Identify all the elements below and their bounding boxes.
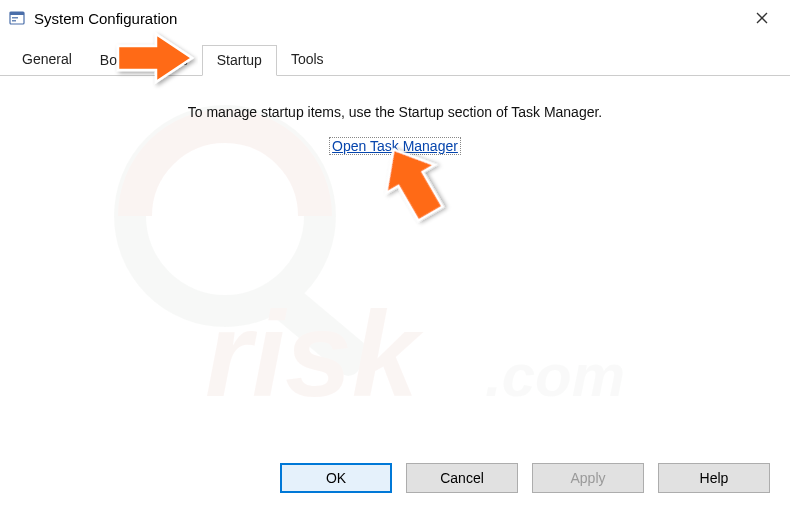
close-icon — [756, 12, 768, 24]
help-button[interactable]: Help — [658, 463, 770, 493]
svg-rect-6 — [12, 17, 18, 19]
tab-strip: General Bo es Startup Tools — [0, 36, 790, 76]
ok-button[interactable]: OK — [280, 463, 392, 493]
startup-message: To manage startup items, use the Startup… — [20, 104, 770, 120]
tab-tools[interactable]: Tools — [277, 45, 338, 76]
tab-boot[interactable]: Bo es — [86, 45, 202, 76]
apply-button: Apply — [532, 463, 644, 493]
titlebar: System Configuration — [0, 0, 790, 36]
svg-rect-1 — [266, 281, 375, 381]
tab-startup[interactable]: Startup — [202, 45, 277, 76]
svg-rect-5 — [10, 12, 24, 15]
svg-text:.com: .com — [485, 342, 625, 409]
cancel-button[interactable]: Cancel — [406, 463, 518, 493]
tab-content: To manage startup items, use the Startup… — [0, 76, 790, 182]
open-task-manager-link[interactable]: Open Task Manager — [330, 138, 460, 154]
tab-general[interactable]: General — [8, 45, 86, 76]
tab-boot-label-partial: Bo — [100, 52, 117, 68]
tab-services-label-partial: es — [173, 52, 188, 68]
window-title: System Configuration — [34, 10, 742, 27]
app-icon — [8, 9, 26, 27]
close-button[interactable] — [742, 4, 782, 32]
svg-text:risk: risk — [205, 287, 424, 421]
svg-rect-7 — [12, 20, 16, 22]
dialog-buttons: OK Cancel Apply Help — [280, 463, 770, 493]
